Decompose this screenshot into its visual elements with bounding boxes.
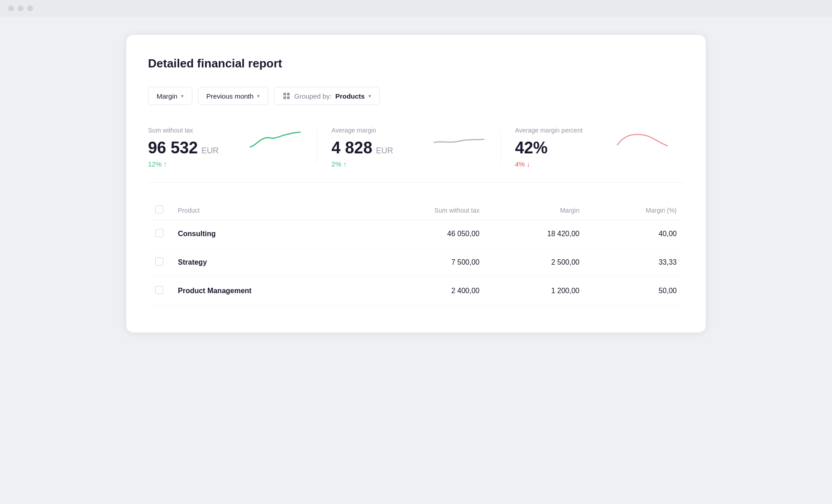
grouped-by-button[interactable]: Grouped by: Products ▾ (274, 87, 380, 105)
margin-pct-strategy: 33,33 (587, 248, 684, 277)
metric-sum-chart (248, 127, 302, 154)
grouped-value: Products (335, 92, 365, 100)
col-header-margin: Margin (487, 201, 587, 220)
col-header-margin-pct: Margin (%) (587, 201, 684, 220)
product-name-consulting: Consulting (171, 220, 359, 248)
margin-strategy: 2 500,00 (487, 248, 587, 277)
page-title: Detailed financial report (148, 57, 684, 71)
sum-consulting: 46 050,00 (359, 220, 487, 248)
period-filter-button[interactable]: Previous month ▾ (198, 87, 268, 105)
metric-avg-chart (432, 127, 486, 154)
row-checkbox-consulting (148, 220, 171, 248)
metric-avg-value: 4 828 (331, 138, 372, 157)
window-dot-1 (8, 5, 14, 11)
col-header-sum: Sum without tax (359, 201, 487, 220)
table-row: Consulting 46 050,00 18 420,00 40,00 (148, 220, 684, 248)
margin-filter-label: Margin (157, 92, 177, 100)
metric-sum-unit: EUR (201, 146, 219, 156)
checkbox-strategy[interactable] (155, 257, 163, 266)
margin-product-mgmt: 1 200,00 (487, 277, 587, 305)
col-header-checkbox (148, 201, 171, 220)
report-card: Detailed financial report Margin ▾ Previ… (126, 35, 706, 333)
row-checkbox-product-mgmt (148, 277, 171, 305)
margin-consulting: 18 420,00 (487, 220, 587, 248)
row-checkbox-strategy (148, 248, 171, 277)
col-header-product: Product (171, 201, 359, 220)
main-wrapper: Detailed financial report Margin ▾ Previ… (0, 17, 832, 504)
window-dot-2 (18, 5, 24, 11)
checkbox-product-mgmt[interactable] (155, 286, 163, 294)
table-row: Strategy 7 500,00 2 500,00 33,33 (148, 248, 684, 277)
metric-avg-margin-pct: Average margin percent 42% 4% ↓ (501, 127, 684, 168)
metric-avg-unit: EUR (376, 146, 393, 156)
metric-pct-value: 42% (515, 138, 548, 157)
metric-pct-label: Average margin percent (515, 127, 615, 134)
sum-strategy: 7 500,00 (359, 248, 487, 277)
period-chevron-icon: ▾ (257, 93, 260, 99)
metrics-row: Sum without tax 96 532 EUR 12% ↑ (148, 127, 684, 183)
titlebar (0, 0, 832, 17)
grouped-chevron-icon: ▾ (368, 93, 371, 99)
metric-sum-arrow: ↑ (163, 160, 167, 168)
product-name-product-mgmt: Product Management (171, 277, 359, 305)
grid-icon (282, 92, 291, 100)
margin-chevron-icon: ▾ (181, 93, 184, 99)
metric-average-margin: Average margin 4 828 EUR 2% ↑ (317, 127, 500, 168)
grouped-prefix: Grouped by: (294, 92, 332, 100)
metric-sum-value: 96 532 (148, 138, 198, 157)
window-dot-3 (27, 5, 33, 11)
toolbar: Margin ▾ Previous month ▾ Grouped by: Pr… (148, 87, 684, 105)
metric-sum-change: 12% ↑ (148, 160, 248, 168)
margin-pct-consulting: 40,00 (587, 220, 684, 248)
metric-avg-change: 2% ↑ (331, 160, 431, 168)
table-body: Consulting 46 050,00 18 420,00 40,00 Str… (148, 220, 684, 305)
product-name-strategy: Strategy (171, 248, 359, 277)
metric-avg-label: Average margin (331, 127, 431, 134)
margin-pct-product-mgmt: 50,00 (587, 277, 684, 305)
table-header: Product Sum without tax Margin Margin (%… (148, 201, 684, 220)
data-table: Product Sum without tax Margin Margin (%… (148, 201, 684, 305)
select-all-checkbox[interactable] (155, 205, 163, 214)
metric-pct-arrow: ↓ (527, 160, 531, 168)
metric-pct-change: 4% ↓ (515, 160, 615, 168)
metric-pct-chart (615, 127, 669, 154)
table-row: Product Management 2 400,00 1 200,00 50,… (148, 277, 684, 305)
period-filter-label: Previous month (206, 92, 253, 100)
sum-product-mgmt: 2 400,00 (359, 277, 487, 305)
metric-avg-arrow: ↑ (343, 160, 347, 168)
checkbox-consulting[interactable] (155, 229, 163, 237)
margin-filter-button[interactable]: Margin ▾ (148, 87, 192, 105)
metric-sum-label: Sum without tax (148, 127, 248, 134)
metric-sum-without-tax: Sum without tax 96 532 EUR 12% ↑ (148, 127, 317, 168)
